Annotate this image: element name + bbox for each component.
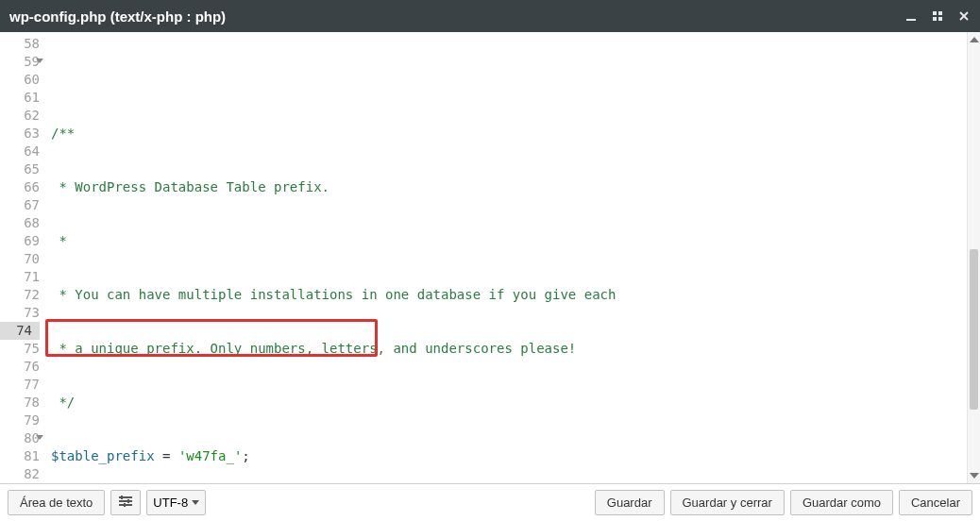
svg-rect-1 [933,11,937,15]
scroll-down-button[interactable] [968,468,980,483]
svg-rect-0 [906,19,916,21]
comment: */ [51,395,75,410]
maximize-button[interactable] [931,9,944,23]
svg-marker-8 [970,473,979,479]
vertical-scrollbar[interactable] [967,32,980,483]
editor[interactable]: 5859606162636465666768697071727374757677… [0,32,980,483]
titlebar: wp-config.php (text/x-php : php) [0,0,980,32]
bottombar: Área de texto UTF-8 Guardar Guardar y ce… [0,483,980,521]
svg-rect-13 [127,499,129,503]
textarea-mode-button[interactable]: Área de texto [8,490,105,515]
svg-rect-14 [124,503,126,507]
save-as-button[interactable]: Guardar como [790,490,893,515]
encoding-value: UTF-8 [153,496,188,510]
comment: * You can have multiple installations in… [51,287,616,302]
save-button[interactable]: Guardar [595,490,665,515]
svg-rect-3 [933,17,937,21]
comment: * [51,233,67,248]
variable: $table_prefix [51,448,155,463]
gutter: 5859606162636465666768697071727374757677… [0,32,47,483]
settings-button[interactable] [110,490,141,515]
scroll-up-button[interactable] [968,32,980,47]
svg-rect-12 [121,496,123,499]
close-button[interactable] [957,9,971,23]
comment: /** [51,126,75,141]
chevron-down-icon [192,500,199,506]
scroll-thumb[interactable] [970,249,978,410]
titlebar-title: wp-config.php (text/x-php : php) [9,8,904,25]
encoding-select[interactable]: UTF-8 [146,490,206,515]
svg-rect-2 [938,11,942,15]
comment: * a unique prefix. Only numbers, letters… [51,341,576,356]
svg-marker-15 [192,500,199,505]
svg-rect-4 [938,17,942,21]
string: 'w47fa_' [178,448,242,463]
cancel-button[interactable]: Cancelar [899,490,972,515]
save-close-button[interactable]: Guardar y cerrar [670,490,785,515]
minimize-button[interactable] [904,9,918,23]
comment: * WordPress Database Table prefix. [51,179,329,194]
titlebar-controls [904,9,971,23]
svg-marker-7 [970,37,979,42]
code-area[interactable]: /** * WordPress Database Table prefix. *… [47,32,980,483]
svg-rect-10 [119,500,132,502]
